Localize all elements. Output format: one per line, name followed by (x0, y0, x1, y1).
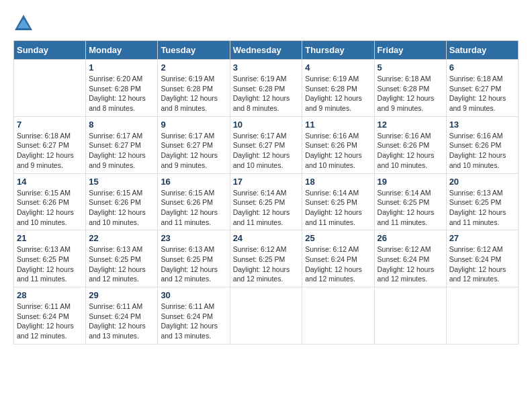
calendar-cell: 5Sunrise: 6:18 AM Sunset: 6:28 PM Daylig… (374, 60, 446, 117)
calendar-cell (374, 287, 446, 345)
day-info: Sunrise: 6:16 AM Sunset: 6:26 PM Dayligh… (378, 131, 443, 171)
day-number: 3 (233, 62, 300, 73)
day-info: Sunrise: 6:19 AM Sunset: 6:28 PM Dayligh… (161, 74, 226, 113)
day-info: Sunrise: 6:17 AM Sunset: 6:27 PM Dayligh… (233, 131, 300, 171)
day-info: Sunrise: 6:20 AM Sunset: 6:28 PM Dayligh… (89, 74, 154, 113)
calendar-week-row: 14Sunrise: 6:15 AM Sunset: 6:26 PM Dayli… (14, 173, 519, 230)
day-info: Sunrise: 6:13 AM Sunset: 6:25 PM Dayligh… (449, 188, 515, 228)
day-number: 7 (17, 120, 83, 130)
calendar-cell: 29Sunrise: 6:11 AM Sunset: 6:24 PM Dayli… (86, 287, 158, 345)
day-number: 10 (233, 120, 300, 130)
calendar-cell: 15Sunrise: 6:15 AM Sunset: 6:26 PM Dayli… (86, 173, 158, 230)
calendar-cell: 22Sunrise: 6:13 AM Sunset: 6:25 PM Dayli… (86, 230, 158, 287)
day-number: 2 (161, 62, 226, 73)
day-info: Sunrise: 6:15 AM Sunset: 6:26 PM Dayligh… (89, 188, 154, 228)
day-info: Sunrise: 6:16 AM Sunset: 6:26 PM Dayligh… (305, 131, 371, 171)
day-number: 21 (17, 233, 83, 243)
day-info: Sunrise: 6:11 AM Sunset: 6:24 PM Dayligh… (89, 302, 154, 341)
calendar-cell: 30Sunrise: 6:11 AM Sunset: 6:24 PM Dayli… (158, 287, 230, 345)
header-monday: Monday (86, 41, 158, 60)
day-number: 30 (161, 290, 226, 300)
calendar-cell (446, 287, 518, 345)
header-saturday: Saturday (446, 41, 518, 60)
day-info: Sunrise: 6:12 AM Sunset: 6:24 PM Dayligh… (449, 244, 515, 284)
logo-icon (13, 13, 34, 34)
day-info: Sunrise: 6:19 AM Sunset: 6:28 PM Dayligh… (233, 74, 300, 113)
day-number: 17 (233, 177, 300, 187)
day-number: 19 (378, 177, 443, 187)
day-info: Sunrise: 6:15 AM Sunset: 6:26 PM Dayligh… (17, 188, 83, 228)
calendar-week-row: 28Sunrise: 6:11 AM Sunset: 6:24 PM Dayli… (14, 287, 519, 345)
calendar-cell: 13Sunrise: 6:16 AM Sunset: 6:26 PM Dayli… (446, 116, 518, 173)
day-info: Sunrise: 6:14 AM Sunset: 6:25 PM Dayligh… (233, 188, 300, 228)
day-number: 18 (305, 177, 371, 187)
calendar-cell: 16Sunrise: 6:15 AM Sunset: 6:26 PM Dayli… (158, 173, 230, 230)
day-info: Sunrise: 6:12 AM Sunset: 6:25 PM Dayligh… (233, 244, 300, 284)
calendar-cell: 10Sunrise: 6:17 AM Sunset: 6:27 PM Dayli… (230, 116, 302, 173)
calendar-cell: 28Sunrise: 6:11 AM Sunset: 6:24 PM Dayli… (14, 287, 86, 345)
header-sunday: Sunday (14, 41, 86, 60)
day-number: 29 (89, 290, 154, 300)
day-info: Sunrise: 6:11 AM Sunset: 6:24 PM Dayligh… (17, 302, 83, 341)
day-number: 28 (17, 290, 83, 300)
day-number: 13 (449, 120, 515, 130)
calendar-cell (230, 287, 302, 345)
logo (13, 13, 36, 34)
calendar-cell: 3Sunrise: 6:19 AM Sunset: 6:28 PM Daylig… (230, 60, 302, 117)
day-info: Sunrise: 6:12 AM Sunset: 6:24 PM Dayligh… (305, 244, 371, 284)
calendar-cell: 14Sunrise: 6:15 AM Sunset: 6:26 PM Dayli… (14, 173, 86, 230)
day-number: 27 (449, 233, 515, 243)
day-number: 9 (161, 120, 226, 130)
day-info: Sunrise: 6:12 AM Sunset: 6:24 PM Dayligh… (378, 244, 443, 284)
day-info: Sunrise: 6:19 AM Sunset: 6:28 PM Dayligh… (305, 74, 371, 113)
day-number: 8 (89, 120, 154, 130)
day-number: 12 (378, 120, 443, 130)
calendar-cell: 27Sunrise: 6:12 AM Sunset: 6:24 PM Dayli… (446, 230, 518, 287)
day-number: 22 (89, 233, 154, 243)
day-number: 5 (378, 62, 443, 73)
day-info: Sunrise: 6:14 AM Sunset: 6:25 PM Dayligh… (305, 188, 371, 228)
calendar-cell: 12Sunrise: 6:16 AM Sunset: 6:26 PM Dayli… (374, 116, 446, 173)
calendar-cell: 25Sunrise: 6:12 AM Sunset: 6:24 PM Dayli… (302, 230, 374, 287)
calendar-cell (14, 60, 86, 117)
calendar-week-row: 1Sunrise: 6:20 AM Sunset: 6:28 PM Daylig… (14, 60, 519, 117)
day-info: Sunrise: 6:17 AM Sunset: 6:27 PM Dayligh… (89, 131, 154, 171)
calendar-cell: 9Sunrise: 6:17 AM Sunset: 6:27 PM Daylig… (158, 116, 230, 173)
day-number: 25 (305, 233, 371, 243)
header-tuesday: Tuesday (158, 41, 230, 60)
calendar-week-row: 7Sunrise: 6:18 AM Sunset: 6:27 PM Daylig… (14, 116, 519, 173)
calendar-cell: 20Sunrise: 6:13 AM Sunset: 6:25 PM Dayli… (446, 173, 518, 230)
calendar-cell: 4Sunrise: 6:19 AM Sunset: 6:28 PM Daylig… (302, 60, 374, 117)
day-info: Sunrise: 6:13 AM Sunset: 6:25 PM Dayligh… (17, 244, 83, 284)
day-info: Sunrise: 6:11 AM Sunset: 6:24 PM Dayligh… (161, 302, 226, 341)
day-number: 26 (378, 233, 443, 243)
calendar-cell: 17Sunrise: 6:14 AM Sunset: 6:25 PM Dayli… (230, 173, 302, 230)
day-info: Sunrise: 6:15 AM Sunset: 6:26 PM Dayligh… (161, 188, 226, 228)
day-number: 20 (449, 177, 515, 187)
calendar-cell: 1Sunrise: 6:20 AM Sunset: 6:28 PM Daylig… (86, 60, 158, 117)
calendar-cell: 24Sunrise: 6:12 AM Sunset: 6:25 PM Dayli… (230, 230, 302, 287)
calendar-cell: 19Sunrise: 6:14 AM Sunset: 6:25 PM Dayli… (374, 173, 446, 230)
day-info: Sunrise: 6:17 AM Sunset: 6:27 PM Dayligh… (161, 131, 226, 171)
header-friday: Friday (374, 41, 446, 60)
calendar-cell (302, 287, 374, 345)
day-number: 15 (89, 177, 154, 187)
day-info: Sunrise: 6:18 AM Sunset: 6:27 PM Dayligh… (17, 131, 83, 171)
page-header (13, 13, 519, 34)
calendar-header-row: SundayMondayTuesdayWednesdayThursdayFrid… (14, 41, 519, 60)
day-info: Sunrise: 6:16 AM Sunset: 6:26 PM Dayligh… (449, 131, 515, 171)
calendar-table: SundayMondayTuesdayWednesdayThursdayFrid… (13, 40, 519, 345)
day-number: 14 (17, 177, 83, 187)
day-number: 6 (449, 62, 515, 73)
day-info: Sunrise: 6:14 AM Sunset: 6:25 PM Dayligh… (378, 188, 443, 228)
calendar-cell: 2Sunrise: 6:19 AM Sunset: 6:28 PM Daylig… (158, 60, 230, 117)
day-number: 23 (161, 233, 226, 243)
day-number: 11 (305, 120, 371, 130)
calendar-cell: 21Sunrise: 6:13 AM Sunset: 6:25 PM Dayli… (14, 230, 86, 287)
day-info: Sunrise: 6:13 AM Sunset: 6:25 PM Dayligh… (89, 244, 154, 284)
calendar-cell: 26Sunrise: 6:12 AM Sunset: 6:24 PM Dayli… (374, 230, 446, 287)
day-info: Sunrise: 6:13 AM Sunset: 6:25 PM Dayligh… (161, 244, 226, 284)
calendar-week-row: 21Sunrise: 6:13 AM Sunset: 6:25 PM Dayli… (14, 230, 519, 287)
day-number: 4 (305, 62, 371, 73)
header-thursday: Thursday (302, 41, 374, 60)
